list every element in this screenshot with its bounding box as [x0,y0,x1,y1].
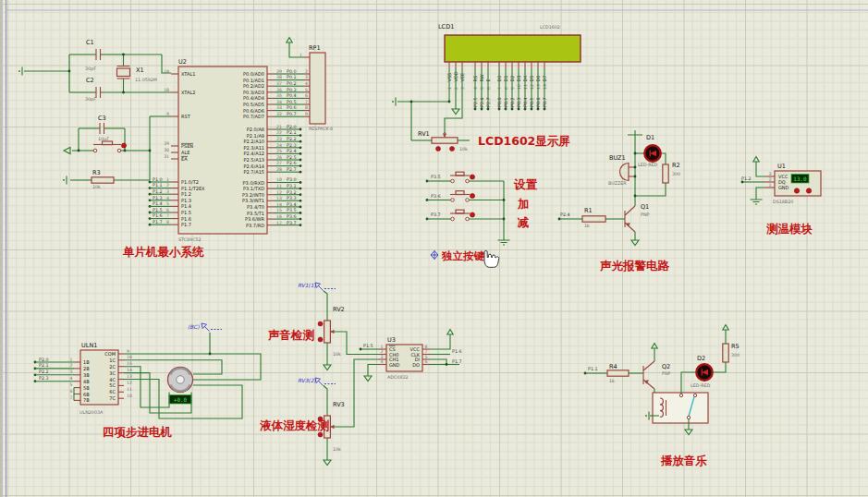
mcu-pin-number: 38 [276,75,282,79]
mcu-pin-number: 29 [164,141,169,146]
mcu-pin-label: XTAL1 [181,71,195,77]
mcu-pin-number: 8 [166,220,169,224]
mcu-pin-label: P1.6 [181,216,191,222]
adjust-dot[interactable] [470,193,474,198]
adjust-dot[interactable] [436,147,441,152]
probe-label-rv1: RV1(1) [298,283,316,288]
junction-dot [300,188,302,190]
junction-dot [300,206,302,209]
crystal-body[interactable] [117,68,130,77]
junction-dot [124,150,127,152]
r4-resistor[interactable] [607,370,629,376]
respack-body[interactable] [310,53,325,124]
junction-dot [634,176,637,178]
net-label: P0.6 [536,97,541,107]
rp1-pin-number: 1 [300,53,302,57]
mcu-pin-number: 9 [166,112,169,116]
net-label-p1-2: P1.2 [741,176,752,181]
section-label-alarm: 声光报警电路 [599,259,670,273]
net-label-p1-6: P1.6 [452,349,462,354]
adjust-dot[interactable] [470,212,474,217]
adc-pin-number: 1 [381,345,384,349]
push-button[interactable] [451,199,455,202]
r2-resistor[interactable] [663,164,668,183]
junction-dot [122,54,125,56]
rv2-ref: RV2 [333,306,345,313]
r3-resistor[interactable] [92,177,114,183]
mcu-pin-number: 17 [276,221,282,225]
mcu-pin-label: P0.4/AD4 [243,95,264,101]
section-label-stepper: 四项步进电机 [103,425,173,439]
junction-dot [448,101,451,103]
rv2-pot[interactable] [324,321,331,343]
junction-dot [446,363,448,366]
section-label-keys: 独立按键 [441,249,485,262]
net-label: P1.1 [153,183,163,188]
rv2-value: 10k [333,352,341,357]
mcu-pin-label: P1.0/T2 [181,179,199,185]
adjust-dot[interactable] [450,147,455,152]
net-label: P0.7 [287,112,297,116]
r5-ref: R5 [731,343,740,350]
uln-pin-number: 10 [127,394,132,398]
net-label: P2.2 [287,137,297,141]
motor-readout: +0.0 [174,396,188,403]
reset-button[interactable] [93,149,97,152]
mcu-pin-label: RST [181,114,191,119]
adc-pin-number: 3 [381,355,384,359]
proteus-schematic-window: 19XTAL118XTAL29RST29PSEN30ALE31EA1P1.0/T… [0,0,868,497]
mcu-pin-label: EA [181,156,188,162]
relay-contact [687,416,690,418]
net-label: P3.7 [287,221,297,225]
uln-pin-label: 7B [83,397,90,403]
net-label: P1.3 [153,196,163,200]
push-button[interactable] [466,199,470,202]
push-button[interactable] [466,217,470,221]
push-button[interactable] [466,179,470,183]
uln-pin-number: 9 [127,349,129,354]
reset-button[interactable] [117,149,121,152]
mcu-pin-label: P1.2 [181,191,191,197]
mcu-pin-number: 39 [276,69,282,74]
adjust-dot[interactable] [470,175,474,179]
junction-dot [558,218,561,221]
mcu-pin-number: 25 [276,149,282,153]
net-label: P2.7 [287,167,297,172]
r5-resistor[interactable] [723,344,728,362]
junction-dot [741,181,744,184]
adc-pin-label: GND [389,362,400,368]
u1-part: DS18B20 [773,200,793,204]
uln-pin-number: 13 [127,374,132,379]
net-label: P1.6 [153,213,163,218]
mcu-pin-label: P2.4/A12 [244,151,264,156]
push-button[interactable] [451,179,455,183]
adc-pin-number: 4 [381,359,384,364]
mcu-pin-label: P0.0/AD0 [243,71,264,77]
rp1-part: RESPACK-8 [309,127,333,131]
adjust-dot[interactable] [121,143,126,148]
adjust-dot[interactable] [318,432,323,437]
rv1-ref: RV1 [418,130,430,138]
rv1-pot[interactable] [432,138,458,143]
push-button[interactable] [451,217,455,221]
mcu-part: STC89C52 [178,237,202,242]
schematic-canvas[interactable]: 19XTAL118XTAL29RST29PSEN30ALE31EA1P1.0/T… [0,0,868,497]
lcd-screen[interactable] [445,35,581,62]
mcu-pin-number: 27 [276,161,282,165]
buz1-part: BUZZER [608,181,627,186]
mcu-pin-label: P0.7/AD7 [243,114,264,119]
net-label: P0.7 [543,97,547,107]
adjust-dot[interactable] [318,321,323,326]
adjust-dot[interactable] [806,188,811,193]
uln-pin-label: 3C [109,370,116,376]
mcu-pin-label: P1.3 [181,198,191,203]
lcd-part: LCD1602 [540,25,560,30]
adjust-dot[interactable] [318,337,323,342]
mcu-pin-number: 18 [164,88,169,92]
mcu-pin-number: 6 [166,208,169,212]
net-label: P3.3 [287,196,297,200]
uln-pin-label: 4B [83,379,90,384]
adjust-dot[interactable] [794,188,799,193]
junction-dot [360,348,362,351]
r1-resistor[interactable] [582,216,605,222]
